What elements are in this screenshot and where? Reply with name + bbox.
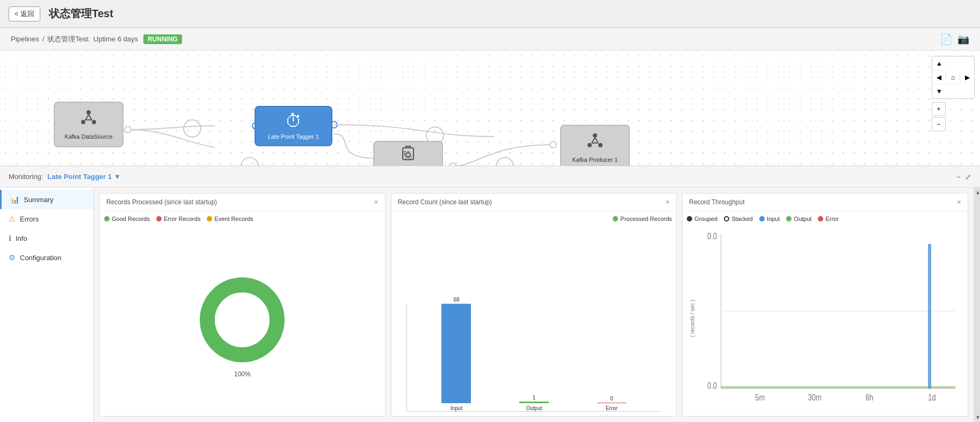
document-icon-button[interactable]: 📄	[940, 33, 952, 45]
nav-down-button[interactable]: ▼	[932, 84, 946, 98]
monitoring-actions: − ⤢	[956, 173, 971, 181]
svg-point-5	[184, 120, 201, 137]
legend-grouped: Grouped	[687, 216, 717, 222]
record-count-close[interactable]: ×	[665, 198, 670, 206]
status-badge: RUNNING	[143, 34, 182, 44]
processed-records-dot	[613, 216, 618, 221]
records-processed-legend: Good Records Error Records Event Records	[104, 216, 381, 222]
late-point-tagger-label: Late Point Tagger 1	[268, 133, 319, 140]
sidebar-item-configuration[interactable]: ⚙ Configuration	[0, 248, 93, 267]
stacked-label: Stacked	[731, 216, 753, 222]
records-processed-close[interactable]: ×	[374, 198, 378, 206]
breadcrumb-pipeline-name: 状态管理Test:	[47, 34, 90, 44]
error-bar-value: 0	[610, 396, 613, 402]
sidebar-item-errors[interactable]: ⚠ Errors	[0, 209, 93, 228]
sidebar-item-info[interactable]: ℹ Info	[0, 228, 93, 248]
info-icon: ℹ	[9, 234, 11, 242]
error-bar-group: 0 Error	[597, 396, 627, 411]
records-processed-title: Records Processed (since last startup)	[106, 198, 217, 206]
svg-line-26	[595, 138, 598, 143]
svg-point-0	[125, 126, 131, 133]
pipeline-canvas: Kafka DataSource ⏱ Late Point Tagger 1 0…	[0, 51, 980, 166]
input-bar-label: Input	[451, 405, 462, 411]
input-label: Input	[767, 216, 780, 222]
records-processed-panel: Records Processed (since last startup) ×…	[99, 193, 386, 417]
svg-point-23	[587, 143, 592, 147]
svg-text:1d: 1d	[928, 393, 937, 402]
node-kafka-datasource[interactable]: Kafka DataSource	[54, 102, 124, 147]
summary-icon: 📊	[10, 195, 19, 204]
kafka-producer-label: Kafka Producer 1	[572, 156, 618, 163]
input-bar-value: 68	[453, 297, 459, 303]
nav-left-button[interactable]: ◀	[932, 70, 946, 84]
output-dot	[786, 216, 792, 221]
node-late-point-tagger[interactable]: ⏱ Late Point Tagger 1	[255, 106, 332, 146]
nav-home-button[interactable]: ⌂	[946, 70, 960, 84]
kafka-datasource-icon	[79, 108, 98, 131]
svg-point-10	[81, 120, 85, 124]
error-bar-label: Error	[606, 405, 618, 411]
breadcrumb-pipelines[interactable]: Pipelines	[11, 35, 39, 43]
svg-point-11	[92, 120, 96, 124]
event-records-dot	[207, 216, 212, 221]
sidebar-item-summary[interactable]: 📊 Summary	[0, 190, 93, 209]
monitoring-content: 📊 Summary ⚠ Errors ℹ Info ⚙ Configuratio…	[0, 188, 980, 422]
svg-text:001: 001	[405, 155, 412, 160]
error-bar	[597, 403, 627, 403]
svg-text:30m: 30m	[808, 393, 822, 402]
record-throughput-close[interactable]: ×	[957, 198, 961, 206]
svg-text:0.0: 0.0	[708, 381, 717, 390]
good-records-label: Good Records	[112, 216, 150, 222]
configuration-label: Configuration	[20, 254, 61, 262]
processed-records-label: Processed Records	[620, 216, 672, 222]
zoom-in-button[interactable]: +	[932, 102, 946, 116]
errors-label: Errors	[20, 215, 39, 223]
breadcrumb-actions: 📄 📷	[940, 33, 969, 45]
output-bar-group: 1 Output	[519, 395, 549, 411]
back-button[interactable]: < 返回	[9, 6, 40, 22]
y-axis-label: ( records / sec )	[687, 225, 698, 412]
records-processed-header: Records Processed (since last startup) ×	[100, 194, 385, 211]
svg-line-13	[89, 115, 92, 120]
nav-right-button[interactable]: ▶	[960, 70, 974, 84]
output-bar	[519, 402, 549, 403]
monitoring-selected-node: Late Point Tagger 1	[47, 173, 112, 181]
svg-line-12	[85, 115, 89, 120]
grouped-label: Grouped	[694, 216, 717, 222]
svg-point-4	[550, 141, 556, 148]
grouped-dot	[687, 216, 692, 221]
scroll-down-arrow[interactable]: ▼	[974, 413, 980, 422]
svg-rect-39	[928, 244, 932, 389]
scroll-track	[974, 197, 980, 413]
donut-percentage: 100%	[234, 370, 251, 378]
node-last-changed[interactable]: 001 Last Changed Record Appender 1	[373, 141, 443, 166]
svg-point-29	[218, 296, 266, 344]
maximize-button[interactable]: ⤢	[965, 173, 971, 181]
record-count-legend: Processed Records	[396, 216, 672, 222]
kafka-producer-icon	[585, 131, 605, 154]
svg-point-9	[86, 110, 91, 115]
records-processed-body: Good Records Error Records Event Records	[100, 211, 385, 416]
throughput-legend: Grouped Stacked Input Output	[687, 216, 963, 222]
node-kafka-producer[interactable]: Kafka Producer 1	[560, 125, 630, 166]
zoom-out-button[interactable]: −	[932, 117, 946, 131]
minimize-button[interactable]: −	[956, 173, 961, 181]
input-dot	[759, 216, 765, 221]
record-throughput-panel: Record Throughput × Grouped Stacked	[682, 193, 968, 417]
error-label: Error	[825, 216, 838, 222]
monitoring-selector[interactable]: Late Point Tagger 1 ▼	[47, 173, 121, 181]
svg-point-6	[241, 158, 258, 166]
nav-up-button[interactable]: ▲	[932, 56, 946, 70]
breadcrumb-uptime: Uptime 6 days	[93, 35, 138, 43]
camera-icon-button[interactable]: 📷	[957, 33, 969, 45]
last-changed-icon: 001	[398, 146, 418, 166]
svg-point-24	[598, 143, 602, 147]
donut-chart-svg	[194, 271, 291, 368]
input-bar-group: 68 Input	[441, 297, 471, 411]
kafka-datasource-label: Kafka DataSource	[64, 133, 112, 140]
info-label: Info	[16, 234, 27, 242]
charts-area: Records Processed (since last startup) ×…	[94, 188, 974, 422]
svg-text:5m: 5m	[756, 393, 765, 402]
legend-error-records: Error Records	[156, 216, 200, 222]
scroll-up-arrow[interactable]: ▲	[974, 188, 980, 197]
